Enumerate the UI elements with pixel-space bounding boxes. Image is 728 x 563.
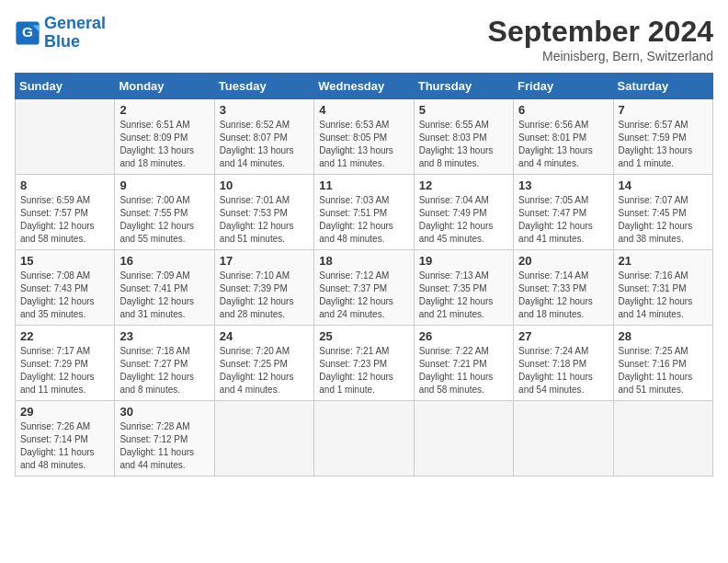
day-number: 8 [20, 178, 109, 192]
day-number: 6 [518, 103, 608, 117]
calendar-week-2: 8Sunrise: 6:59 AM Sunset: 7:57 PM Daylig… [16, 175, 713, 250]
logo: G General Blue [15, 15, 106, 52]
day-detail: Sunrise: 6:53 AM Sunset: 8:05 PM Dayligh… [319, 119, 408, 170]
day-detail: Sunrise: 6:51 AM Sunset: 8:09 PM Dayligh… [119, 119, 209, 170]
day-detail: Sunrise: 7:20 AM Sunset: 7:25 PM Dayligh… [220, 345, 309, 396]
day-number: 16 [119, 254, 209, 268]
svg-text:G: G [22, 24, 33, 40]
col-header-wednesday: Wednesday [314, 74, 414, 99]
day-number: 27 [518, 329, 608, 343]
calendar-cell: 28Sunrise: 7:25 AM Sunset: 7:16 PM Dayli… [613, 326, 712, 401]
day-number: 14 [619, 178, 708, 192]
col-header-thursday: Thursday [414, 74, 513, 99]
logo-text: General Blue [44, 15, 106, 52]
calendar-cell: 26Sunrise: 7:22 AM Sunset: 7:21 PM Dayli… [414, 326, 513, 401]
calendar-cell: 21Sunrise: 7:16 AM Sunset: 7:31 PM Dayli… [613, 250, 712, 326]
day-number: 5 [419, 103, 508, 117]
day-detail: Sunrise: 7:03 AM Sunset: 7:51 PM Dayligh… [319, 194, 408, 246]
calendar-cell [16, 99, 115, 175]
day-detail: Sunrise: 7:07 AM Sunset: 7:45 PM Dayligh… [619, 194, 708, 246]
day-number: 29 [20, 405, 109, 419]
day-number: 23 [119, 329, 209, 343]
day-detail: Sunrise: 7:01 AM Sunset: 7:53 PM Dayligh… [220, 194, 309, 246]
calendar-cell [613, 401, 712, 477]
calendar-cell [214, 401, 313, 477]
calendar-cell: 3Sunrise: 6:52 AM Sunset: 8:07 PM Daylig… [214, 99, 313, 175]
day-number: 9 [119, 178, 209, 192]
calendar-cell: 6Sunrise: 6:56 AM Sunset: 8:01 PM Daylig… [514, 99, 613, 175]
calendar-cell: 15Sunrise: 7:08 AM Sunset: 7:43 PM Dayli… [16, 250, 115, 326]
calendar-cell: 9Sunrise: 7:00 AM Sunset: 7:55 PM Daylig… [115, 175, 214, 250]
calendar-cell: 10Sunrise: 7:01 AM Sunset: 7:53 PM Dayli… [214, 175, 313, 250]
day-detail: Sunrise: 7:26 AM Sunset: 7:14 PM Dayligh… [20, 420, 109, 472]
day-detail: Sunrise: 7:21 AM Sunset: 7:23 PM Dayligh… [319, 345, 408, 396]
calendar-cell: 14Sunrise: 7:07 AM Sunset: 7:45 PM Dayli… [613, 175, 712, 250]
calendar-cell: 19Sunrise: 7:13 AM Sunset: 7:35 PM Dayli… [414, 250, 513, 326]
day-detail: Sunrise: 7:04 AM Sunset: 7:49 PM Dayligh… [419, 194, 508, 246]
calendar-cell: 12Sunrise: 7:04 AM Sunset: 7:49 PM Dayli… [414, 175, 513, 250]
calendar-cell: 16Sunrise: 7:09 AM Sunset: 7:41 PM Dayli… [115, 250, 214, 326]
day-number: 21 [619, 254, 708, 268]
calendar-cell: 17Sunrise: 7:10 AM Sunset: 7:39 PM Dayli… [214, 250, 313, 326]
logo-icon: G [15, 20, 40, 46]
calendar-cell: 23Sunrise: 7:18 AM Sunset: 7:27 PM Dayli… [115, 326, 214, 401]
col-header-tuesday: Tuesday [214, 74, 313, 99]
day-detail: Sunrise: 7:12 AM Sunset: 7:37 PM Dayligh… [319, 270, 408, 321]
calendar-cell: 29Sunrise: 7:26 AM Sunset: 7:14 PM Dayli… [16, 401, 115, 477]
day-detail: Sunrise: 7:16 AM Sunset: 7:31 PM Dayligh… [619, 270, 708, 321]
day-number: 2 [119, 103, 209, 117]
day-number: 18 [319, 254, 408, 268]
day-detail: Sunrise: 6:55 AM Sunset: 8:03 PM Dayligh… [419, 119, 508, 170]
day-number: 24 [220, 329, 309, 343]
day-number: 10 [220, 178, 309, 192]
calendar-cell: 11Sunrise: 7:03 AM Sunset: 7:51 PM Dayli… [314, 175, 414, 250]
day-number: 30 [119, 405, 209, 419]
day-number: 4 [319, 103, 408, 117]
day-detail: Sunrise: 7:28 AM Sunset: 7:12 PM Dayligh… [119, 420, 209, 472]
calendar-cell [514, 401, 613, 477]
calendar-cell: 25Sunrise: 7:21 AM Sunset: 7:23 PM Dayli… [314, 326, 414, 401]
day-detail: Sunrise: 6:56 AM Sunset: 8:01 PM Dayligh… [518, 119, 608, 170]
day-detail: Sunrise: 7:17 AM Sunset: 7:29 PM Dayligh… [20, 345, 109, 396]
day-number: 15 [20, 254, 109, 268]
title-block: September 2024 Meinisberg, Bern, Switzer… [488, 15, 713, 63]
calendar-cell [314, 401, 414, 477]
day-number: 12 [419, 178, 508, 192]
day-detail: Sunrise: 7:00 AM Sunset: 7:55 PM Dayligh… [119, 194, 209, 246]
col-header-friday: Friday [514, 74, 613, 99]
day-number: 22 [20, 329, 109, 343]
day-number: 11 [319, 178, 408, 192]
day-number: 19 [419, 254, 508, 268]
day-number: 13 [518, 178, 608, 192]
day-number: 17 [220, 254, 309, 268]
calendar-cell: 22Sunrise: 7:17 AM Sunset: 7:29 PM Dayli… [16, 326, 115, 401]
day-number: 3 [220, 103, 309, 117]
location: Meinisberg, Bern, Switzerland [488, 49, 713, 63]
calendar-cell [414, 401, 513, 477]
calendar-cell: 4Sunrise: 6:53 AM Sunset: 8:05 PM Daylig… [314, 99, 414, 175]
calendar-cell: 7Sunrise: 6:57 AM Sunset: 7:59 PM Daylig… [613, 99, 712, 175]
day-detail: Sunrise: 7:25 AM Sunset: 7:16 PM Dayligh… [619, 345, 708, 396]
col-header-monday: Monday [115, 74, 214, 99]
calendar-header-row: SundayMondayTuesdayWednesdayThursdayFrid… [16, 74, 713, 99]
day-detail: Sunrise: 7:14 AM Sunset: 7:33 PM Dayligh… [518, 270, 608, 321]
day-detail: Sunrise: 7:05 AM Sunset: 7:47 PM Dayligh… [518, 194, 608, 246]
calendar-cell: 27Sunrise: 7:24 AM Sunset: 7:18 PM Dayli… [514, 326, 613, 401]
day-number: 20 [518, 254, 608, 268]
calendar-cell: 30Sunrise: 7:28 AM Sunset: 7:12 PM Dayli… [115, 401, 214, 477]
calendar-cell: 13Sunrise: 7:05 AM Sunset: 7:47 PM Dayli… [514, 175, 613, 250]
month-title: September 2024 [488, 15, 713, 49]
day-detail: Sunrise: 7:18 AM Sunset: 7:27 PM Dayligh… [119, 345, 209, 396]
calendar-cell: 18Sunrise: 7:12 AM Sunset: 7:37 PM Dayli… [314, 250, 414, 326]
day-detail: Sunrise: 7:13 AM Sunset: 7:35 PM Dayligh… [419, 270, 508, 321]
day-number: 26 [419, 329, 508, 343]
day-detail: Sunrise: 7:24 AM Sunset: 7:18 PM Dayligh… [518, 345, 608, 396]
day-detail: Sunrise: 7:10 AM Sunset: 7:39 PM Dayligh… [220, 270, 309, 321]
day-detail: Sunrise: 6:59 AM Sunset: 7:57 PM Dayligh… [20, 194, 109, 246]
calendar-cell: 5Sunrise: 6:55 AM Sunset: 8:03 PM Daylig… [414, 99, 513, 175]
calendar-cell: 2Sunrise: 6:51 AM Sunset: 8:09 PM Daylig… [115, 99, 214, 175]
day-detail: Sunrise: 7:09 AM Sunset: 7:41 PM Dayligh… [119, 270, 209, 321]
day-detail: Sunrise: 7:22 AM Sunset: 7:21 PM Dayligh… [419, 345, 508, 396]
calendar-cell: 8Sunrise: 6:59 AM Sunset: 7:57 PM Daylig… [16, 175, 115, 250]
day-number: 28 [619, 329, 708, 343]
